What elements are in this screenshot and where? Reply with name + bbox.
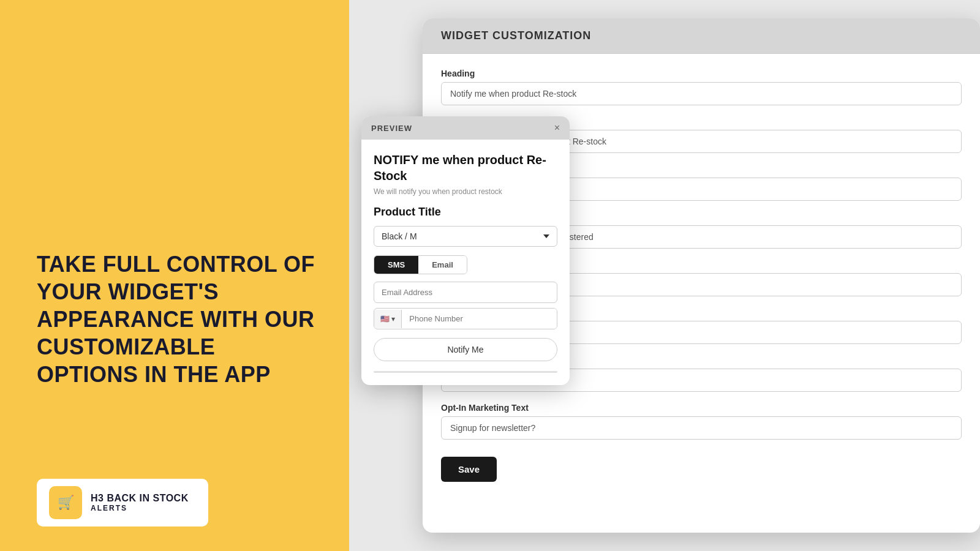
preview-notify-title: NOTIFY me when product Re-Stock — [374, 152, 557, 184]
main-headline: TAKE FULL CONTROL OF YOUR WIDGET'S APPEA… — [37, 250, 318, 388]
input-heading[interactable] — [441, 82, 962, 105]
email-toggle-button[interactable]: Email — [418, 256, 467, 274]
email-input[interactable] — [374, 282, 557, 303]
variant-select[interactable]: Black / M — [374, 226, 557, 247]
phone-input-row: 🇺🇸 ▾ — [374, 308, 557, 329]
label-heading: Heading — [441, 69, 962, 78]
widget-panel-header: WIDGET CUSTOMIZATION — [423, 18, 980, 54]
brand-text: H3 BACK IN STOCK ALERTS — [91, 493, 189, 512]
form-group-marketing: Opt-In Marketing Text — [441, 403, 962, 440]
label-marketing: Opt-In Marketing Text — [441, 403, 962, 413]
preview-divider — [374, 371, 557, 373]
preview-notify-sub: We will notify you when product restock — [374, 187, 557, 196]
brand-icon: 🛒 — [49, 486, 82, 519]
preview-modal: PREVIEW × NOTIFY me when product Re-Stoc… — [361, 116, 570, 385]
right-panel: WIDGET CUSTOMIZATION Heading Sub Heading… — [349, 0, 980, 551]
preview-close-button[interactable]: × — [554, 122, 560, 133]
input-marketing[interactable] — [441, 416, 962, 440]
left-panel: TAKE FULL CONTROL OF YOUR WIDGET'S APPEA… — [0, 0, 349, 551]
notify-me-button[interactable]: Notify Me — [374, 338, 557, 361]
preview-product-title: Product Title — [374, 206, 557, 219]
preview-header-label: PREVIEW — [371, 124, 412, 133]
sms-toggle-button[interactable]: SMS — [374, 256, 418, 274]
widget-panel-title: WIDGET CUSTOMIZATION — [441, 29, 591, 42]
brand-badge: 🛒 H3 BACK IN STOCK ALERTS — [37, 479, 208, 527]
brand-sub: ALERTS — [91, 504, 189, 512]
sms-email-toggle: SMS Email — [374, 255, 467, 274]
brand-name: H3 BACK IN STOCK — [91, 493, 189, 504]
preview-header: PREVIEW × — [361, 116, 570, 140]
preview-body: NOTIFY me when product Re-Stock We will … — [361, 140, 570, 385]
phone-flag: 🇺🇸 ▾ — [374, 310, 402, 328]
save-button[interactable]: Save — [441, 457, 497, 482]
phone-input[interactable] — [402, 309, 557, 329]
form-group-heading: Heading — [441, 69, 962, 105]
